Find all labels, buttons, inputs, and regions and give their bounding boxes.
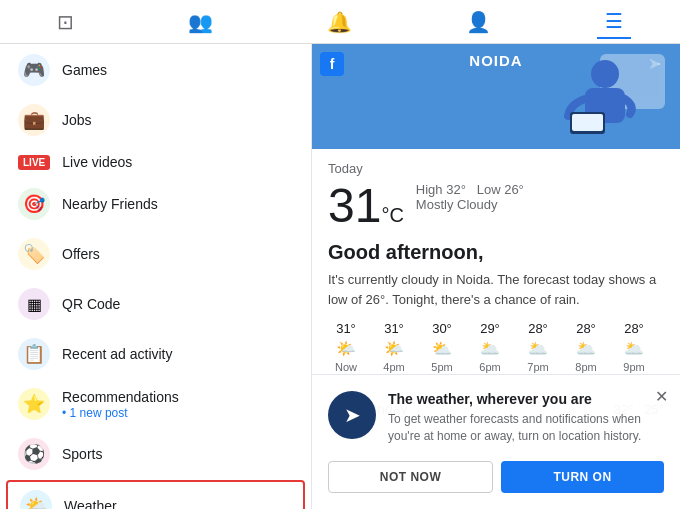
hourly-forecast: 31° 🌤️ Now 31° 🌤️ 4pm 30° ⛅ 5pm 29° 🌥️ 6… [328,321,664,381]
recent-ad-icon: 📋 [18,338,50,370]
sidebar-item-sports[interactable]: ⚽ Sports [6,430,305,478]
sidebar-label-offers: Offers [62,246,100,262]
facebook-badge: f [320,52,344,76]
hourly-item: 28° 🌥️ 7pm [520,321,556,373]
tooltip-description: To get weather forecasts and notificatio… [388,411,664,445]
sidebar-label-live: Live videos [62,154,132,170]
nav-bell-icon[interactable]: 🔔 [319,6,360,38]
tooltip-text: The weather, wherever you are To get wea… [388,391,664,445]
svg-point-2 [591,60,619,88]
sidebar-label-recommendations: Recommendations [62,389,179,405]
weather-condition: Mostly Cloudy [416,197,524,212]
recommendations-sublabel: • 1 new post [62,406,179,420]
weather-details: High 32° Low 26° Mostly Cloudy [416,178,524,212]
temp-unit: °C [381,204,403,226]
tooltip-buttons: NOT NOW TURN ON [328,461,664,493]
location-tooltip: ✕ ➤ The weather, wherever you are To get… [312,374,680,509]
temperature-row: 31°C High 32° Low 26° Mostly Cloudy [328,178,664,233]
today-label: Today [328,161,664,176]
offers-icon: 🏷️ [18,238,50,270]
sidebar-item-live-videos[interactable]: LIVE Live videos [6,146,305,178]
recommendations-text-block: Recommendations • 1 new post [62,388,179,420]
sidebar-item-recent-ad-activity[interactable]: 📋 Recent ad activity [6,330,305,378]
qr-code-icon: ▦ [18,288,50,320]
live-badge: LIVE [18,155,50,170]
nav-profile-icon[interactable]: 👤 [458,6,499,38]
temperature-display: 31°C [328,178,404,233]
tooltip-location-icon: ➤ [328,391,376,439]
sidebar-item-nearby-friends[interactable]: 🎯 Nearby Friends [6,180,305,228]
main-layout: 🎮 Games 💼 Jobs LIVE Live videos 🎯 Nearby… [0,44,680,509]
recommendations-icon: ⭐ [18,388,50,420]
games-icon: 🎮 [18,54,50,86]
jobs-icon: 💼 [18,104,50,136]
sports-icon: ⚽ [18,438,50,470]
sidebar-label-recent-ad: Recent ad activity [62,346,173,362]
not-now-button[interactable]: NOT NOW [328,461,493,493]
turn-on-button[interactable]: TURN ON [501,461,664,493]
sidebar-label-sports: Sports [62,446,102,462]
weather-greeting: Good afternoon, [328,241,664,264]
sidebar-label-games: Games [62,62,107,78]
right-panel: ➤ f NOIDA [312,44,680,509]
nav-friends-icon[interactable]: 👥 [180,6,221,38]
nav-home-icon[interactable]: ⊡ [49,6,82,38]
sidebar-item-games[interactable]: 🎮 Games [6,46,305,94]
hourly-item: 29° 🌥️ 6pm [472,321,508,373]
hourly-item: 30° ⛅ 5pm [424,321,460,373]
temp-value: 31 [328,179,381,232]
sidebar-item-offers[interactable]: 🏷️ Offers [6,230,305,278]
weather-description: It's currently cloudy in Noida. The fore… [328,270,664,309]
sidebar-label-qr: QR Code [62,296,120,312]
hourly-item: 31° 🌤️ 4pm [376,321,412,373]
sidebar-item-recommendations[interactable]: ⭐ Recommendations • 1 new post [6,380,305,428]
sidebar-item-qr-code[interactable]: ▦ QR Code [6,280,305,328]
hourly-item: 28° 🌥️ 8pm [568,321,604,373]
svg-rect-5 [572,114,603,131]
hourly-item: 28° 🌥️ 9pm [616,321,652,373]
high-low: High 32° Low 26° [416,182,524,197]
sidebar-label-weather: Weather [64,498,117,509]
sidebar-label-jobs: Jobs [62,112,92,128]
sidebar-label-nearby: Nearby Friends [62,196,158,212]
weather-header: ➤ f NOIDA [312,44,680,149]
weather-icon: 🌤️ [20,490,52,509]
weather-city: NOIDA [469,52,522,69]
sidebar-item-jobs[interactable]: 💼 Jobs [6,96,305,144]
nav-menu-icon[interactable]: ☰ [597,5,631,39]
top-nav: ⊡ 👥 🔔 👤 ☰ [0,0,680,44]
tooltip-title: The weather, wherever you are [388,391,664,407]
hourly-item: 31° 🌤️ Now [328,321,364,373]
sidebar: 🎮 Games 💼 Jobs LIVE Live videos 🎯 Nearby… [0,44,312,509]
tooltip-content: ➤ The weather, wherever you are To get w… [328,391,664,445]
weather-illustration [540,44,670,149]
close-tooltip-button[interactable]: ✕ [655,387,668,406]
sidebar-item-weather[interactable]: 🌤️ Weather [6,480,305,509]
nearby-friends-icon: 🎯 [18,188,50,220]
